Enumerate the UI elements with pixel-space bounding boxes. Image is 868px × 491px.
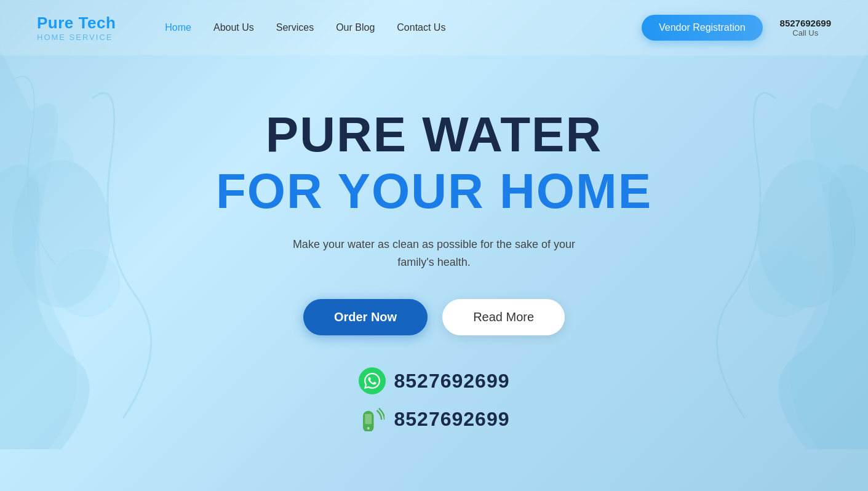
- hero-description: Make your water as clean as possible for…: [287, 236, 582, 271]
- nav-contact[interactable]: Contact Us: [397, 22, 445, 33]
- hero-title-line2: FOR YOUR HOME: [216, 166, 652, 217]
- whatsapp-number: 8527692699: [394, 370, 510, 393]
- navbar: Pure Tech Home Service Home About Us Ser…: [0, 0, 868, 55]
- hero-buttons: Order Now Read More: [303, 299, 565, 335]
- nav-links: Home About Us Services Our Blog Contact …: [165, 22, 642, 33]
- whatsapp-contact[interactable]: 8527692699: [359, 367, 510, 394]
- logo-tagline: Home Service: [37, 33, 116, 42]
- order-now-button[interactable]: Order Now: [303, 299, 428, 335]
- read-more-button[interactable]: Read More: [442, 299, 565, 335]
- phone-number: 8527692699: [394, 408, 510, 431]
- nav-about[interactable]: About Us: [213, 22, 254, 33]
- phone-contact[interactable]: 8527692699: [359, 405, 510, 433]
- phone-icon: [359, 405, 386, 433]
- logo[interactable]: Pure Tech Home Service: [37, 14, 116, 42]
- whatsapp-icon: [359, 367, 386, 394]
- nav-services[interactable]: Services: [276, 22, 314, 33]
- nav-contact-info: 8527692699 Call Us: [780, 18, 831, 38]
- logo-title: Pure Tech: [37, 14, 116, 33]
- nav-home[interactable]: Home: [165, 22, 191, 33]
- nav-right: Vendor Registration 8527692699 Call Us: [642, 15, 831, 41]
- hero-title-line1: PURE WATER: [266, 109, 602, 161]
- svg-rect-6: [365, 414, 372, 425]
- hero-contact-items: 8527692699 8527692699: [359, 367, 510, 433]
- nav-blog[interactable]: Our Blog: [336, 22, 375, 33]
- nav-call-label: Call Us: [792, 28, 818, 38]
- svg-point-7: [367, 427, 369, 429]
- vendor-registration-button[interactable]: Vendor Registration: [642, 15, 763, 41]
- nav-phone-number: 8527692699: [780, 18, 831, 28]
- hero-section: PURE WATER FOR YOUR HOME Make your water…: [0, 55, 868, 486]
